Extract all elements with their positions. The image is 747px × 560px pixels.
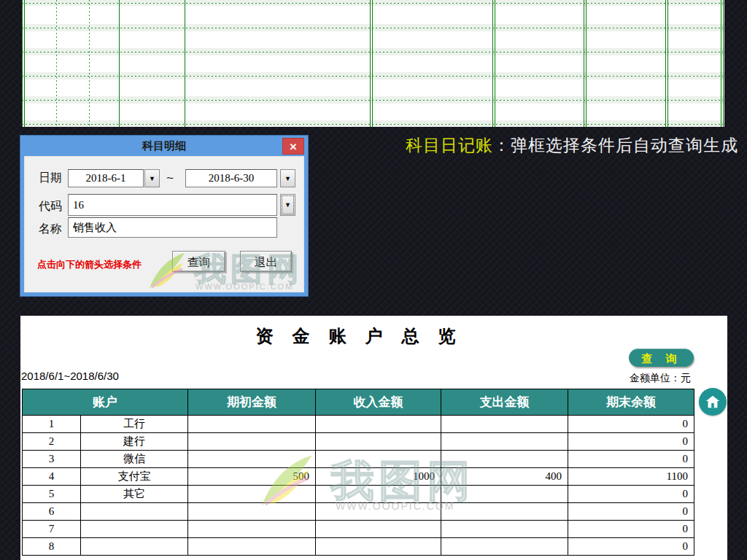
date-label: 日期 <box>39 171 62 186</box>
panel-query-button[interactable]: 查 询 <box>629 349 694 367</box>
account-name: 建行 <box>81 433 188 451</box>
date-to-dropdown-button[interactable]: ▼ <box>280 169 295 187</box>
home-icon <box>705 394 721 410</box>
income-amount: 1000 <box>316 468 441 486</box>
opening-amount <box>188 433 316 451</box>
date-from-input[interactable] <box>68 169 144 187</box>
row-number: 5 <box>23 486 81 503</box>
ending-balance: 0 <box>568 538 694 556</box>
grid-vline <box>24 0 25 127</box>
income-amount <box>316 538 441 556</box>
table-row: 1 工行 0 <box>23 416 694 433</box>
income-amount <box>316 433 441 451</box>
chevron-down-icon: ▼ <box>285 175 291 182</box>
ending-balance: 0 <box>568 416 694 433</box>
dialog-titlebar[interactable]: 科目明细 ✕ <box>20 136 308 156</box>
row-number: 2 <box>23 433 81 451</box>
screenshot-stage: 科目日记账：弹框选择条件后自动查询生成 科目明细 ✕ 日期 ▼ ~ ▼ 代码 ▼… <box>0 0 747 560</box>
grid-vline <box>495 0 495 127</box>
opening-amount: 500 <box>188 468 316 486</box>
account-name: 支付宝 <box>81 468 188 486</box>
ending-balance: 0 <box>568 521 694 538</box>
grid-vline-dotted <box>56 0 57 127</box>
expense-amount <box>441 433 568 451</box>
account-table: 账户 期初金额 收入金额 支出金额 期末余额 1 工行 0 2 <box>22 389 694 556</box>
table-row: 2 建行 0 <box>23 433 694 451</box>
dialog-title: 科目明细 <box>20 136 308 156</box>
code-label: 代码 <box>39 199 62 214</box>
ending-balance: 0 <box>568 503 694 521</box>
ending-balance: 1100 <box>568 468 694 486</box>
col-header-account: 账户 <box>23 389 188 416</box>
chevron-down-icon: ▼ <box>285 201 291 209</box>
opening-amount <box>188 503 316 521</box>
income-amount <box>316 451 441 468</box>
name-label: 名称 <box>39 222 62 237</box>
expense-amount <box>441 416 568 433</box>
grid-vline-dotted <box>89 0 90 127</box>
grid-hline <box>22 124 724 125</box>
opening-amount <box>188 486 316 503</box>
date-from-dropdown-button[interactable]: ▼ <box>144 169 160 187</box>
unit-note: 金额单位：元 <box>630 372 691 385</box>
grid-vline <box>370 0 371 127</box>
close-icon: ✕ <box>290 141 298 152</box>
income-amount <box>316 486 441 503</box>
grid-vline <box>665 0 666 127</box>
account-name <box>81 538 188 556</box>
expense-amount <box>441 538 568 556</box>
opening-amount <box>188 451 316 468</box>
table-row: 5 其它 0 <box>23 486 694 503</box>
grid-vline <box>185 0 185 127</box>
table-row: 7 0 <box>23 521 694 538</box>
account-name: 其它 <box>81 486 188 503</box>
row-number: 8 <box>23 538 81 556</box>
row-number: 7 <box>23 521 81 538</box>
date-range-text: 2018/6/1~2018/6/30 <box>21 370 119 382</box>
dialog-body: 日期 ▼ ~ ▼ 代码 ▼ 名称 点击向下的箭头选择条件 查询 退出 <box>24 156 304 292</box>
section-caption: 科目日记账：弹框选择条件后自动查询生成 <box>406 135 738 156</box>
dialog-query-button[interactable]: 查询 <box>172 251 225 272</box>
grid-hline <box>22 76 724 77</box>
row-number: 4 <box>23 468 81 486</box>
grid-hline <box>22 100 724 101</box>
close-button[interactable]: ✕ <box>282 138 304 155</box>
code-dropdown-button[interactable]: ▼ <box>280 194 295 216</box>
caption-text: ：弹框选择条件后自动查询生成 <box>493 136 738 155</box>
fund-overview-panel: 资 金 账 户 总 览 查 询 2018/6/1~2018/6/30 金额单位：… <box>20 316 727 560</box>
grid-hline <box>22 52 724 52</box>
grid-vline <box>584 0 584 127</box>
grid-hline <box>22 3 724 4</box>
home-button[interactable] <box>699 388 727 416</box>
grid-vline <box>119 0 120 127</box>
table-row: 4 支付宝 500 1000 400 1100 <box>23 468 694 486</box>
row-number: 3 <box>23 451 81 468</box>
expense-amount: 400 <box>441 468 568 486</box>
ending-balance: 0 <box>568 486 694 503</box>
income-amount <box>316 503 441 521</box>
table-row: 8 0 <box>23 538 694 556</box>
grid-hline <box>22 28 724 28</box>
date-to-input[interactable] <box>185 169 277 187</box>
income-amount <box>316 521 441 538</box>
grid-vline <box>723 0 724 127</box>
expense-amount <box>441 486 568 503</box>
dialog-exit-button[interactable]: 退出 <box>240 251 292 272</box>
expense-amount <box>441 503 568 521</box>
opening-amount <box>188 521 316 538</box>
col-header-ending: 期末余额 <box>568 389 694 416</box>
caption-highlight: 科目日记账 <box>406 136 493 155</box>
code-input[interactable] <box>68 194 277 216</box>
date-separator: ~ <box>166 171 174 186</box>
grid-vline <box>22 0 23 127</box>
account-name <box>81 521 188 538</box>
expense-amount <box>441 451 568 468</box>
chevron-down-icon: ▼ <box>149 175 155 182</box>
subject-detail-dialog: 科目明细 ✕ 日期 ▼ ~ ▼ 代码 ▼ 名称 点击向下的箭头选择条件 <box>20 136 308 296</box>
table-header-row: 账户 期初金额 收入金额 支出金额 期末余额 <box>23 389 694 416</box>
name-input[interactable] <box>68 217 277 238</box>
col-header-expense: 支出金额 <box>441 389 568 416</box>
table-row: 3 微信 0 <box>23 451 694 468</box>
table-row: 6 0 <box>23 503 694 521</box>
ending-balance: 0 <box>568 451 694 468</box>
